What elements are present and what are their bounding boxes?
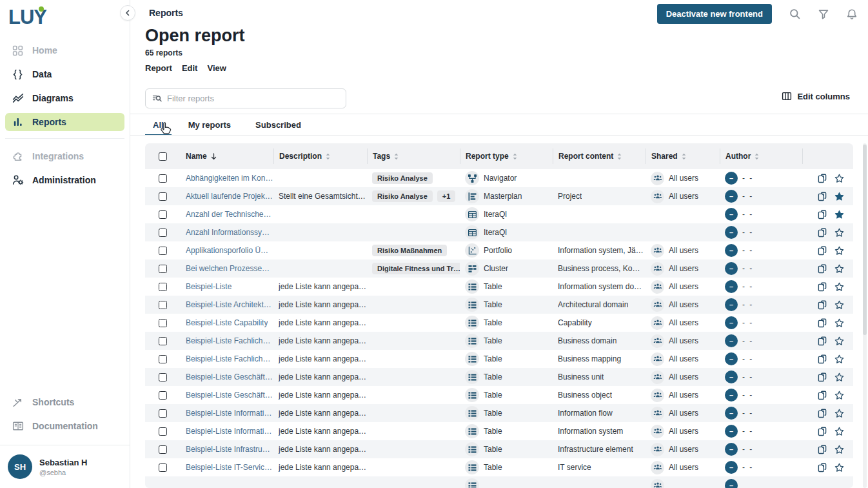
sort-updown-icon[interactable] <box>326 153 330 160</box>
report-name-link[interactable]: Anzahl der Technische… <box>186 210 271 219</box>
star-outline-button[interactable] <box>834 246 844 256</box>
sidebar-item-shortcuts[interactable]: Shortcuts <box>5 393 124 411</box>
tag-pill[interactable]: Risiko Maßnahmen <box>372 245 447 256</box>
copy-report-button[interactable] <box>818 354 827 364</box>
report-name-link[interactable]: Aktuell laufende Projek… <box>186 192 273 201</box>
row-checkbox[interactable] <box>159 355 167 363</box>
scrollbar-thumb[interactable] <box>863 145 867 335</box>
report-name-link[interactable]: Beispiel-Liste Capability <box>186 318 268 327</box>
report-name-link[interactable]: Beispiel-Liste Fachlich… <box>186 354 270 363</box>
row-checkbox[interactable] <box>159 174 167 183</box>
sort-updown-icon[interactable] <box>617 153 622 160</box>
sidebar-item-home[interactable]: Home <box>5 41 124 59</box>
sort-desc-icon[interactable] <box>211 153 217 160</box>
table-row[interactable]: Anzahl Informationssy…IteraQl–- - <box>145 223 853 241</box>
extra-tag-pill[interactable]: +1 <box>437 190 456 202</box>
star-outline-button[interactable] <box>834 463 844 473</box>
copy-report-button[interactable] <box>818 372 827 382</box>
table-row[interactable]: Applikationsporfolio Ü…Risiko MaßnahmenP… <box>145 241 853 259</box>
report-name-link[interactable]: Beispiel-Liste Geschäft… <box>186 372 273 381</box>
tab-all[interactable]: All <box>145 114 172 136</box>
table-row[interactable]: Beispiel-Liste Informati…jede Liste kann… <box>145 422 853 440</box>
select-all-checkbox[interactable] <box>159 152 167 161</box>
star-outline-button[interactable] <box>834 174 844 183</box>
star-outline-button[interactable] <box>834 354 844 364</box>
table-row[interactable]: Beispiel-Liste Fachlich…jede Liste kann … <box>145 332 853 350</box>
star-filled-button[interactable] <box>834 192 844 201</box>
row-checkbox[interactable] <box>159 319 167 327</box>
sort-updown-icon[interactable] <box>682 153 686 160</box>
row-checkbox[interactable] <box>159 247 167 255</box>
table-row[interactable]: Beispiel-Liste Informati…jede Liste kann… <box>145 404 853 422</box>
report-name-link[interactable]: Anzahl Informationssy… <box>186 228 270 237</box>
sidebar-item-reports[interactable]: Reports <box>5 113 124 131</box>
table-row[interactable]: Beispiel-Listejede Liste kann angepa…Tab… <box>145 278 853 296</box>
copy-report-button[interactable] <box>818 246 827 256</box>
copy-report-button[interactable] <box>818 228 827 238</box>
tag-pill[interactable]: Digitale Fitness und Tr… <box>372 263 460 274</box>
table-row[interactable]: Abhängigkeiten im Kon…Risiko AnalyseNavi… <box>145 169 853 187</box>
report-name-link[interactable]: Bei welchen Prozessen… <box>186 264 273 273</box>
tab-subscribed[interactable]: Subscribed <box>248 114 309 136</box>
app-logo[interactable]: LUY <box>0 0 130 36</box>
copy-report-button[interactable] <box>818 264 827 274</box>
copy-report-button[interactable] <box>818 391 827 400</box>
sort-updown-icon[interactable] <box>394 153 399 160</box>
star-outline-button[interactable] <box>834 300 844 310</box>
tag-pill[interactable]: Risiko Analyse <box>372 172 433 184</box>
table-row[interactable]: Beispiel-Liste Architekt…jede Liste kann… <box>145 296 853 314</box>
sidebar-item-data[interactable]: Data <box>5 65 124 83</box>
row-checkbox[interactable] <box>159 210 167 219</box>
menu-item-report[interactable]: Report <box>145 63 172 73</box>
menu-item-edit[interactable]: Edit <box>182 63 198 73</box>
copy-report-button[interactable] <box>818 318 827 328</box>
vertical-scrollbar[interactable] <box>863 143 867 488</box>
copy-report-button[interactable] <box>818 300 827 310</box>
filter-reports-input[interactable] <box>167 94 339 103</box>
row-checkbox[interactable] <box>159 283 167 291</box>
search-icon[interactable] <box>789 8 801 20</box>
table-row[interactable]: Beispiel-Liste Fachlich…jede Liste kann … <box>145 350 853 368</box>
report-name-link[interactable]: Applikationsporfolio Ü… <box>186 246 268 255</box>
table-row[interactable]: Aktuell laufende Projek…Stellt eine Gesa… <box>145 187 853 205</box>
star-outline-button[interactable] <box>834 372 844 382</box>
row-checkbox[interactable] <box>159 373 167 381</box>
sidebar-item-administration[interactable]: Administration <box>5 171 124 189</box>
row-checkbox[interactable] <box>159 463 167 472</box>
copy-report-button[interactable] <box>818 192 827 201</box>
row-checkbox[interactable] <box>159 192 167 201</box>
copy-report-button[interactable] <box>818 210 827 219</box>
report-name-link[interactable]: Abhängigkeiten im Kon… <box>186 174 273 183</box>
star-filled-button[interactable] <box>834 210 844 219</box>
star-outline-button[interactable] <box>834 318 844 328</box>
table-row[interactable]: Beispiel-Liste Geschäft…jede Liste kann … <box>145 386 853 404</box>
edit-columns-button[interactable]: Edit columns <box>782 91 850 101</box>
copy-report-button[interactable] <box>818 445 827 454</box>
report-name-link[interactable]: Beispiel-Liste <box>186 282 232 291</box>
copy-report-button[interactable] <box>818 427 827 436</box>
report-name-link[interactable]: Beispiel-Liste IT-Servic… <box>186 463 272 472</box>
star-outline-button[interactable] <box>834 409 844 418</box>
copy-report-button[interactable] <box>818 282 827 292</box>
tag-pill[interactable]: Risiko Analyse <box>372 190 433 202</box>
copy-report-button[interactable] <box>818 463 827 473</box>
star-outline-button[interactable] <box>834 336 844 346</box>
sort-updown-icon[interactable] <box>513 153 517 160</box>
row-checkbox[interactable] <box>159 445 167 454</box>
sidebar-item-diagrams[interactable]: Diagrams <box>5 89 124 107</box>
star-outline-button[interactable] <box>834 228 844 238</box>
sidebar-item-documentation[interactable]: Documentation <box>5 417 124 435</box>
bell-icon[interactable] <box>846 8 858 20</box>
sidebar-item-integrations[interactable]: Integrations <box>5 147 124 165</box>
copy-report-button[interactable] <box>818 174 827 183</box>
deactivate-new-frontend-button[interactable]: Deactivate new frontend <box>657 4 772 24</box>
report-name-link[interactable]: Beispiel-Liste Fachlich… <box>186 336 270 345</box>
star-outline-button[interactable] <box>834 282 844 292</box>
copy-report-button[interactable] <box>818 409 827 418</box>
filter-icon[interactable] <box>818 8 829 20</box>
sidebar-collapse-button[interactable] <box>120 5 135 21</box>
menu-item-view[interactable]: View <box>207 63 226 73</box>
table-row[interactable]: Beispiel-Liste Geschäft…jede Liste kann … <box>145 368 853 386</box>
report-name-link[interactable]: Beispiel-Liste Infrastru… <box>186 445 270 454</box>
report-name-link[interactable]: Beispiel-Liste Architekt… <box>186 300 271 309</box>
